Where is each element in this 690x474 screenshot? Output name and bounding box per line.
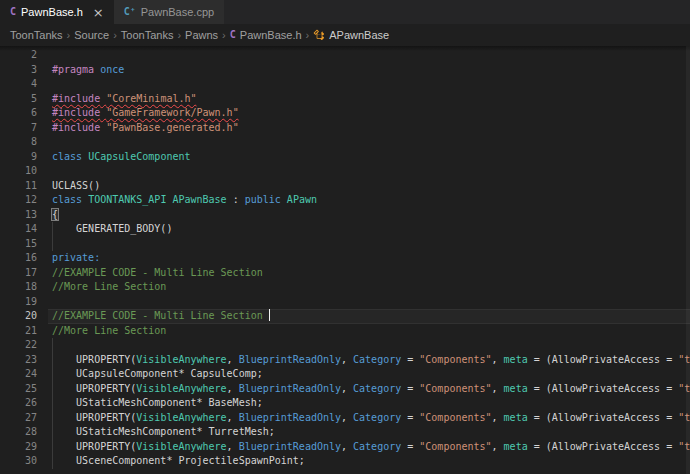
code-line[interactable]: 10 (0, 164, 690, 179)
line-number[interactable]: 2 (0, 48, 37, 63)
tab-bar: C PawnBase.h × C⁺ PawnBase.cpp (0, 0, 690, 24)
line-number[interactable]: 22 (0, 338, 37, 353)
code-line[interactable]: 19 (0, 295, 690, 310)
code-line[interactable]: 7#include "PawnBase.generated.h" (0, 121, 690, 136)
line-number[interactable]: 14 (0, 222, 37, 237)
line-number[interactable]: 7 (0, 121, 37, 136)
line-number[interactable]: 11 (0, 179, 37, 194)
line-number[interactable]: 29 (0, 440, 37, 455)
code-token: VisibleAnywhere (136, 383, 226, 394)
code-line[interactable]: 12class TOONTANKS_API APawnBase : public… (0, 193, 690, 208)
code-line[interactable]: 26 UStaticMeshComponent* BaseMesh; (0, 396, 690, 411)
code-line[interactable]: 8 (0, 135, 690, 150)
tab-pawnbase-cpp[interactable]: C⁺ PawnBase.cpp (114, 0, 224, 24)
code-token: BlueprintReadOnly (239, 412, 341, 423)
code-line[interactable]: 9class UCapsuleComponent (0, 150, 690, 165)
line-number[interactable]: 8 (0, 135, 37, 150)
code-line[interactable]: 2 (0, 48, 690, 63)
tab-pawnbase-h[interactable]: C PawnBase.h × (0, 0, 114, 24)
code-text: class UCapsuleComponent (52, 150, 191, 165)
code-line[interactable]: 13{ (0, 208, 690, 223)
scrollbar[interactable] (686, 46, 690, 474)
code-token: "CoreMinimal.h" (106, 93, 196, 104)
code-token: UStaticMeshComponent* TurretMesh; (52, 426, 275, 437)
code-text: UStaticMeshComponent* BaseMesh; (52, 396, 263, 411)
code-token: #pragma (52, 64, 94, 75)
code-token: UCapsuleComponent* CapsuleComp; (52, 368, 263, 379)
code-token: UPROPERTY( (52, 441, 136, 452)
line-number[interactable]: 12 (0, 193, 37, 208)
code-line[interactable]: 29 UPROPERTY(VisibleAnywhere, BlueprintR… (0, 440, 690, 455)
breadcrumb-item-toontanks[interactable]: ToonTanks (10, 29, 63, 41)
line-number[interactable]: 15 (0, 237, 37, 252)
code-token: "GameFramework/Pawn.h" (106, 107, 238, 118)
code-line[interactable]: 16private: (0, 251, 690, 266)
breadcrumb-item-source[interactable]: Source (74, 29, 109, 41)
code-token: VisibleAnywhere (136, 354, 226, 365)
code-line[interactable]: 22 (0, 338, 690, 353)
code-line[interactable]: 17//EXAMPLE CODE - Multi Line Section (0, 266, 690, 281)
line-number[interactable]: 25 (0, 382, 37, 397)
code-text: UStaticMeshComponent* TurretMesh; (52, 425, 275, 440)
line-number[interactable]: 19 (0, 295, 37, 310)
code-text: GENERATED_BODY() (52, 222, 172, 237)
line-number[interactable]: 21 (0, 324, 37, 339)
code-line[interactable]: 24 UCapsuleComponent* CapsuleComp; (0, 367, 690, 382)
line-number[interactable]: 20 (0, 309, 37, 324)
breadcrumb-item-symbol[interactable]: APawnBase (313, 29, 389, 41)
code-token: #include (52, 122, 100, 133)
code-line[interactable]: 20//EXAMPLE CODE - Multi Line Section (0, 309, 690, 324)
code-token: , (341, 441, 353, 452)
code-line[interactable]: 21//More Line Section (0, 324, 690, 339)
line-number[interactable]: 3 (0, 63, 37, 78)
code-line[interactable]: 27 UPROPERTY(VisibleAnywhere, BlueprintR… (0, 411, 690, 426)
line-number[interactable]: 13 (0, 208, 37, 223)
line-number[interactable]: 26 (0, 396, 37, 411)
code-text: #include "GameFramework/Pawn.h" (52, 106, 239, 121)
code-editor[interactable]: 23#pragma once45#include "CoreMinimal.h"… (0, 46, 690, 474)
code-token: = (AllowPrivateAccess = (528, 412, 679, 423)
code-line[interactable]: 18//More Line Section (0, 280, 690, 295)
code-token: { (52, 209, 58, 220)
code-text: { (52, 208, 58, 223)
line-number[interactable]: 10 (0, 164, 37, 179)
line-number[interactable]: 9 (0, 150, 37, 165)
code-line[interactable]: 5#include "CoreMinimal.h" (0, 92, 690, 107)
breadcrumb-item-toontanks2[interactable]: ToonTanks (121, 29, 174, 41)
line-number[interactable]: 6 (0, 106, 37, 121)
line-number[interactable]: 5 (0, 92, 37, 107)
code-line[interactable]: 28 UStaticMeshComponent* TurretMesh; (0, 425, 690, 440)
code-line[interactable]: 23 UPROPERTY(VisibleAnywhere, BlueprintR… (0, 353, 690, 368)
code-line[interactable]: 3#pragma once (0, 63, 690, 78)
line-number[interactable]: 28 (0, 425, 37, 440)
code-line[interactable]: 15 (0, 237, 690, 252)
line-number[interactable]: 27 (0, 411, 37, 426)
code-line[interactable]: 30 USceneComponent* ProjectileSpawnPoint… (0, 454, 690, 469)
chevron-right-icon: › (222, 29, 226, 41)
code-line[interactable]: 4 (0, 77, 690, 92)
line-number[interactable]: 23 (0, 353, 37, 368)
breadcrumb-symbol-label: APawnBase (329, 29, 389, 41)
code-text: UCLASS() (52, 179, 100, 194)
code-token: public (245, 194, 281, 205)
breadcrumb-item-file[interactable]: C PawnBase.h (230, 29, 302, 41)
code-token: once (100, 64, 124, 75)
cpp-file-icon: C⁺ (124, 7, 136, 17)
code-line[interactable]: 14 GENERATED_BODY() (0, 222, 690, 237)
code-line[interactable]: 11UCLASS() (0, 179, 690, 194)
code-token: "Components" (419, 354, 491, 365)
code-line[interactable]: 25 UPROPERTY(VisibleAnywhere, BlueprintR… (0, 382, 690, 397)
line-number[interactable]: 16 (0, 251, 37, 266)
line-number[interactable]: 30 (0, 454, 37, 469)
line-number[interactable]: 18 (0, 280, 37, 295)
line-number[interactable]: 24 (0, 367, 37, 382)
code-token: , (227, 412, 239, 423)
close-icon[interactable]: × (93, 6, 104, 19)
code-line[interactable]: 6#include "GameFramework/Pawn.h" (0, 106, 690, 121)
code-token: meta (504, 412, 528, 423)
line-number[interactable]: 4 (0, 77, 37, 92)
class-symbol-icon (313, 29, 325, 41)
breadcrumb-item-pawns[interactable]: Pawns (185, 29, 218, 41)
breadcrumb-file-label: PawnBase.h (240, 29, 302, 41)
line-number[interactable]: 17 (0, 266, 37, 281)
